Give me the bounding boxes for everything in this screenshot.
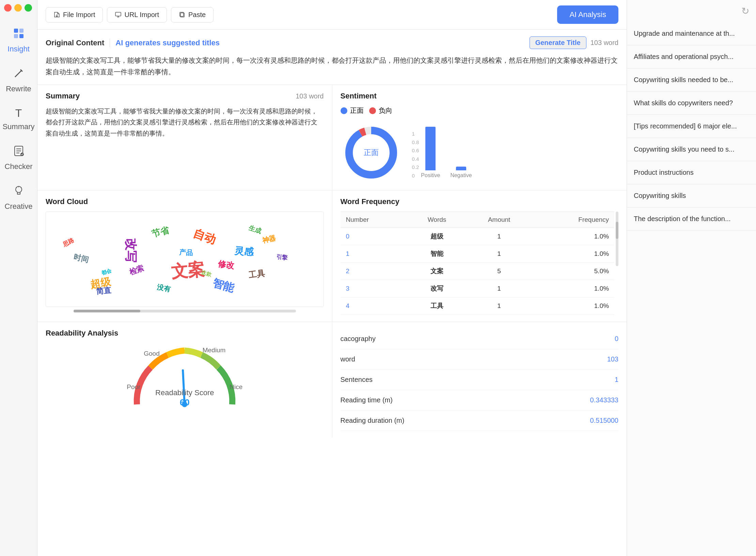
row-0-frequency: 1.0% <box>532 228 614 245</box>
row-0-word: 超级 <box>408 228 466 245</box>
close-button[interactable] <box>4 4 12 12</box>
minimize-button[interactable] <box>14 4 22 12</box>
word-frequency-panel: Word Frequency Number Words Amount Frequ… <box>332 190 627 322</box>
stat-reading-duration-value: 0.515000 <box>590 417 618 424</box>
generate-title-button[interactable]: Generate Title <box>530 36 586 49</box>
svg-rect-3 <box>19 34 23 38</box>
sidebar-label-checker: Checker <box>5 162 33 171</box>
url-import-button[interactable]: URL Import <box>107 7 167 22</box>
maximize-button[interactable] <box>25 4 32 12</box>
paste-button[interactable]: Paste <box>171 7 214 22</box>
main-content-area: File Import URL Import Paste AI Analysis… <box>37 0 627 556</box>
word-cloud-panel: Word Cloud 文案 改写 智能 超级 灵感 节省 自动 工具 时间 检索… <box>37 190 332 322</box>
positive-dot <box>341 107 347 114</box>
y-tick-3: 0.6 <box>412 148 419 153</box>
sentiment-legend: 正面 负向 <box>341 106 619 115</box>
right-panel-item-6[interactable]: Product instructions <box>627 161 756 184</box>
row-4-number: 4 <box>341 297 408 315</box>
stat-word: word 103 <box>341 349 619 370</box>
cloud-word-0: 文案 <box>170 258 206 283</box>
negative-legend: 负向 <box>369 106 392 115</box>
file-import-icon <box>53 11 60 18</box>
cloud-word-6: 自动 <box>191 226 218 248</box>
summary-icon: T <box>15 107 22 120</box>
original-word-count: 103 word <box>590 39 618 47</box>
col-words: Words <box>408 212 466 228</box>
readability-panel: Readability Analysis <box>37 322 332 438</box>
rewrite-icon <box>13 67 25 82</box>
word-frequency-table: Number Words Amount Frequency 0 超级 1 <box>341 212 615 315</box>
negative-bar: Negative <box>450 167 472 179</box>
word-frequency-table-container: Number Words Amount Frequency 0 超级 1 <box>341 212 619 315</box>
y-tick-5: 0.2 <box>412 164 419 170</box>
summary-panel: Summary 103 word 超级智能的文案改写工具，能够节省我大量的修改文… <box>37 85 332 190</box>
cloud-word-7: 工具 <box>248 268 266 281</box>
stat-reading-time-label: Reading time (m) <box>341 396 393 404</box>
stat-reading-duration: Reading duration (m) 0.515000 <box>341 411 619 431</box>
readability-stats-panel: cacography 0 word 103 Sentences 1 Readin… <box>332 322 627 438</box>
stat-word-label: word <box>341 355 355 363</box>
sidebar-item-rewrite[interactable]: Rewrite <box>0 60 37 100</box>
svg-rect-2 <box>14 34 18 38</box>
summary-word-count: 103 word <box>296 92 324 100</box>
toolbar: File Import URL Import Paste AI Analysis <box>37 0 627 30</box>
sidebar-item-summary[interactable]: T Summary <box>0 100 37 138</box>
sidebar-label-creative: Creative <box>5 202 33 211</box>
sidebar-label-rewrite: Rewrite <box>6 84 31 93</box>
positive-bar: Positive <box>421 127 440 179</box>
sidebar-item-checker[interactable]: Checker <box>0 138 37 178</box>
ai-analysis-button[interactable]: AI Analysis <box>557 5 618 24</box>
cloud-word-14: 产品 <box>179 248 193 258</box>
word-cloud-canvas: 文案 改写 智能 超级 灵感 节省 自动 工具 时间 检索 修改 简直 没有 神… <box>46 212 324 307</box>
donut-center-label: 正面 <box>364 148 379 158</box>
readability-row: Readability Analysis <box>37 322 627 438</box>
checker-icon <box>13 145 25 159</box>
row-1-frequency: 1.0% <box>532 245 614 263</box>
monitor-icon <box>115 11 122 18</box>
summary-sentiment-row: Summary 103 word 超级智能的文案改写工具，能够节省我大量的修改文… <box>37 85 627 190</box>
creative-icon <box>13 185 25 199</box>
cloud-word-1: 改写 <box>122 238 139 263</box>
right-panel-item-1[interactable]: Affiliates and operational psych... <box>627 45 756 68</box>
original-content-title: Original Content <box>46 38 110 47</box>
negative-bar-label: Negative <box>450 172 472 179</box>
sidebar-item-insight[interactable]: Insight <box>0 20 37 60</box>
sentiment-title: Sentiment <box>341 92 377 101</box>
right-panel-item-2[interactable]: Copywriting skills needed to be... <box>627 68 756 92</box>
word-frequency-title: Word Frequency <box>341 197 399 206</box>
col-number: Number <box>341 212 408 228</box>
row-0-number: 0 <box>341 228 408 245</box>
right-panel-item-3[interactable]: What skills do copywriters need? <box>627 92 756 115</box>
table-row: 4 工具 1 1.0% <box>341 297 615 315</box>
cloud-word-15: 生成 <box>247 223 262 236</box>
right-panel-item-8[interactable]: The description of the function... <box>627 207 756 231</box>
word-cloud-scrollbar[interactable] <box>74 310 296 312</box>
readability-gauge: Readability Score 60 Poor Good Medium Ni… <box>123 343 246 418</box>
loading-icon: ↻ <box>741 5 749 17</box>
table-row: 1 智能 1 1.0% <box>341 245 615 263</box>
negative-label: 负向 <box>379 106 392 115</box>
sidebar-label-insight: Insight <box>7 45 30 53</box>
frequency-table-scrollbar[interactable] <box>616 212 618 266</box>
table-row: 3 改写 1 1.0% <box>341 280 615 297</box>
row-2-word: 文案 <box>408 263 466 280</box>
stat-reading-duration-label: Reading duration (m) <box>341 417 405 424</box>
stat-reading-time-value: 0.343333 <box>590 396 618 404</box>
wordcloud-frequency-row: Word Cloud 文案 改写 智能 超级 灵感 节省 自动 工具 时间 检索… <box>37 190 627 322</box>
cloud-word-9: 检索 <box>128 263 146 277</box>
right-panel-item-4[interactable]: [Tips recommended] 6 major ele... <box>627 115 756 138</box>
right-panel-item-0[interactable]: Upgrade and maintenance at th... <box>627 22 756 45</box>
sidebar-item-creative[interactable]: Creative <box>0 178 37 218</box>
right-panel-item-5[interactable]: Copywriting skills you need to s... <box>627 138 756 161</box>
right-panel-item-7[interactable]: Copywriting skills <box>627 184 756 207</box>
stat-word-value: 103 <box>607 355 618 363</box>
good-label: Good <box>144 350 159 357</box>
table-row: 0 超级 1 1.0% <box>341 228 615 245</box>
cloud-word-5: 节省 <box>150 224 170 240</box>
sentiment-charts: 正面 1 0.8 0.6 0.4 0.2 0 <box>341 122 619 183</box>
stat-reading-time: Reading time (m) 0.343333 <box>341 390 619 411</box>
file-import-button[interactable]: File Import <box>46 7 103 22</box>
y-tick-2: 0.8 <box>412 139 419 145</box>
stat-sentences: Sentences 1 <box>341 370 619 390</box>
right-panel-header: ↻ <box>627 0 756 22</box>
